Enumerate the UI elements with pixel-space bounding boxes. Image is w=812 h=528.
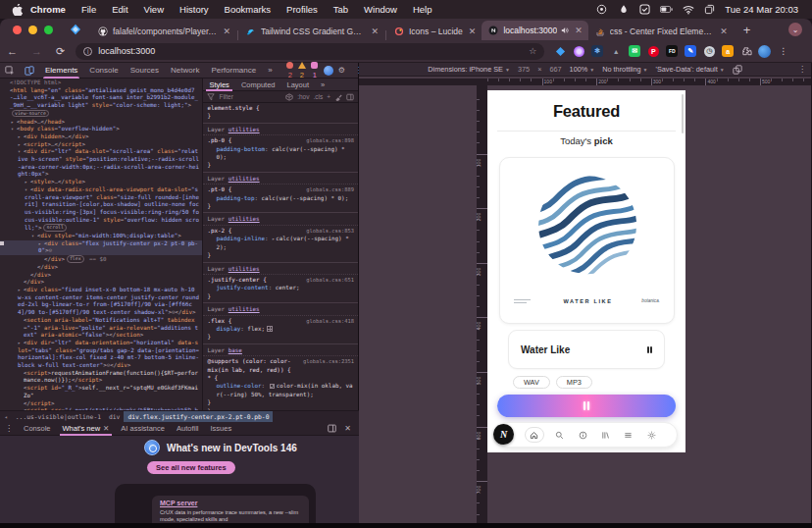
css-rule[interactable]: .justify-center {globals.css:651justify-… <box>203 275 358 303</box>
tree-node[interactable]: ▾<body class="overflow-hidden"> <box>0 126 202 133</box>
device-height-field[interactable]: 667 <box>549 65 561 74</box>
tree-node[interactable]: ▸<div dir="ltr" data-orientation="horizo… <box>0 340 202 370</box>
profile-avatar[interactable] <box>758 45 771 58</box>
menubar-item-history[interactable]: History <box>172 4 217 15</box>
toggle-device-toolbar-icon[interactable] <box>20 66 39 76</box>
tree-node[interactable]: </div> <box>0 264 202 272</box>
arrow-ext-icon[interactable]: ▲ <box>610 45 622 57</box>
search-icon[interactable] <box>553 428 567 442</box>
pause-icon[interactable] <box>584 401 589 410</box>
computed-sidebar-toggle-icon[interactable] <box>346 93 354 101</box>
home-icon[interactable] <box>525 427 544 443</box>
tab-search-button[interactable]: ⌄ <box>788 23 802 36</box>
control-circle-icon[interactable] <box>595 4 608 16</box>
css-source-link[interactable]: globals.css:651 <box>306 276 354 284</box>
layer-link[interactable]: utilities <box>228 127 260 132</box>
apple-icon[interactable] <box>12 4 23 16</box>
back-button[interactable]: ← <box>0 45 25 57</box>
rendering-icon[interactable] <box>334 93 342 101</box>
crumb-scroll-left[interactable]: ◂ <box>0 413 12 420</box>
wifi-icon[interactable] <box>682 4 694 16</box>
styles-tab-computed[interactable]: Computed <box>235 79 281 91</box>
pinned-profile-icon[interactable] <box>70 24 81 35</box>
forward-button[interactable]: → <box>25 45 49 57</box>
devtools-ai-icon[interactable] <box>324 66 333 76</box>
tree-node[interactable]: ▾<div dir="ltr" data-slot="scroll-area" … <box>0 148 202 179</box>
device-select[interactable]: Dimensions: iPhone SE▼ <box>428 65 510 74</box>
browser-menu-icon[interactable]: ⋮ <box>771 46 795 56</box>
tree-node-selected[interactable]: ▸<div class="flex justify-center px-2 pt… <box>0 240 202 255</box>
rotate-device-icon[interactable] <box>733 65 742 75</box>
css-source-link[interactable]: globals.css:2351 <box>303 357 354 365</box>
drawer-tab-console[interactable]: Console <box>18 422 57 436</box>
tree-node[interactable]: </div> <box>0 279 202 287</box>
layer-link[interactable]: utilities <box>228 306 260 312</box>
pinterest-ext-icon[interactable]: P <box>647 45 659 57</box>
css-rule[interactable]: .pb-0 {globals.css:898padding-bottom: ca… <box>203 135 358 173</box>
tree-node[interactable]: </div>flex == $0 <box>0 255 202 264</box>
page-scrollbar[interactable] <box>682 94 685 133</box>
track-row[interactable]: Water Like <box>508 330 665 369</box>
drawer-tab-close-icon[interactable]: ✕ <box>103 424 109 433</box>
devtools-tab-elements[interactable]: Elements <box>39 63 83 79</box>
devtools-settings-icon[interactable]: ⚙ <box>333 66 350 75</box>
save-data-select[interactable]: 'Save-Data': default▼ <box>656 65 725 74</box>
menubar-item-edit[interactable]: Edit <box>104 4 135 15</box>
tab-close-icon[interactable]: ✕ <box>223 26 230 36</box>
tree-node[interactable]: ▾<div style="min-width:100%;display:tabl… <box>0 233 202 240</box>
diamond-ext-icon[interactable] <box>554 45 566 57</box>
fd-ext-icon[interactable]: FD <box>666 45 678 57</box>
drawer-close-icon[interactable]: ✕ <box>344 424 351 433</box>
tree-node[interactable]: ▸<script>…</script> <box>0 141 202 149</box>
toggle-element-state-icon[interactable] <box>285 93 293 101</box>
styles-tab-layout[interactable]: Layout <box>280 79 315 91</box>
menubar-item-help[interactable]: Help <box>405 4 440 15</box>
menubar-item-view[interactable]: View <box>136 4 172 15</box>
puzzle-icon[interactable] <box>740 45 752 57</box>
menubar-item-window[interactable]: Window <box>356 4 405 15</box>
menubar-item-bookmarks[interactable]: Bookmarks <box>217 4 279 15</box>
tab-audio-icon[interactable] <box>561 26 569 34</box>
element-classes-button[interactable]: .cls <box>313 93 323 100</box>
drawer-tab-autofill[interactable]: Autofill <box>171 422 205 436</box>
flower-ext-icon[interactable]: ✻ <box>591 45 603 57</box>
drawer-kebab-icon[interactable]: ⋮ <box>0 424 18 433</box>
drop-icon[interactable] <box>617 4 630 16</box>
checkbox-icon[interactable] <box>638 4 651 16</box>
menubar-item-profiles[interactable]: Profiles <box>279 4 326 15</box>
amber-ext-icon[interactable]: a <box>722 45 734 57</box>
battery-icon[interactable] <box>660 4 673 16</box>
tree-node[interactable]: ▸<div hidden>…</div> <box>0 133 202 141</box>
bookmark-star-icon[interactable]: ☆ <box>529 46 536 56</box>
tab-close-icon[interactable]: ✕ <box>469 26 477 36</box>
flex-editor-icon[interactable] <box>267 326 273 332</box>
tree-node[interactable]: </script> <box>0 400 202 408</box>
tree-node[interactable]: ▸<div class="fixed inset-x-0 bottom-18 m… <box>0 287 202 317</box>
close-window-button[interactable] <box>13 26 22 34</box>
inspect-element-icon[interactable] <box>0 66 20 76</box>
tree-node[interactable]: <script>requestAnimationFrame(function()… <box>0 370 202 385</box>
layer-link[interactable]: utilities <box>228 176 260 182</box>
new-style-rule-button[interactable]: + <box>327 93 330 100</box>
format-pill-wav[interactable]: WAV <box>513 376 550 389</box>
css-rule[interactable]: .flex {globals.css:418display: flex;} <box>203 316 358 344</box>
css-source-link[interactable]: globals.css:418 <box>306 317 354 325</box>
tree-node[interactable]: <!DOCTYPE html> <box>0 79 202 87</box>
styles-more-tabs-icon[interactable]: » <box>315 79 330 91</box>
layer-link[interactable]: utilities <box>228 216 260 222</box>
color-swatch[interactable] <box>270 384 275 389</box>
player-gradient-bar[interactable] <box>497 395 676 417</box>
drawer-tab-what-s-new[interactable]: What's new ✕ <box>57 422 116 436</box>
nextjs-dev-badge[interactable]: N <box>493 424 514 445</box>
tree-node[interactable]: ▸<head>…</head> <box>0 119 202 127</box>
tree-node[interactable]: ▸<style>…</style> <box>0 179 202 186</box>
device-width-field[interactable]: 375 <box>518 65 530 74</box>
tree-node[interactable]: </div> <box>0 272 202 280</box>
pause-icon[interactable] <box>647 346 652 353</box>
album-art-card[interactable]: WATER LIKE botanica. <box>499 157 675 324</box>
drawer-tab-ai-assistance[interactable]: AI assistance <box>115 422 171 436</box>
menubar-item-chrome[interactable]: Chrome <box>23 4 74 15</box>
blue-ext-icon[interactable]: ✎ <box>685 45 696 57</box>
tree-node[interactable]: ▾<div data-radix-scroll-area-viewport da… <box>0 186 202 233</box>
zoom-select[interactable]: 100%▼ <box>570 65 595 74</box>
